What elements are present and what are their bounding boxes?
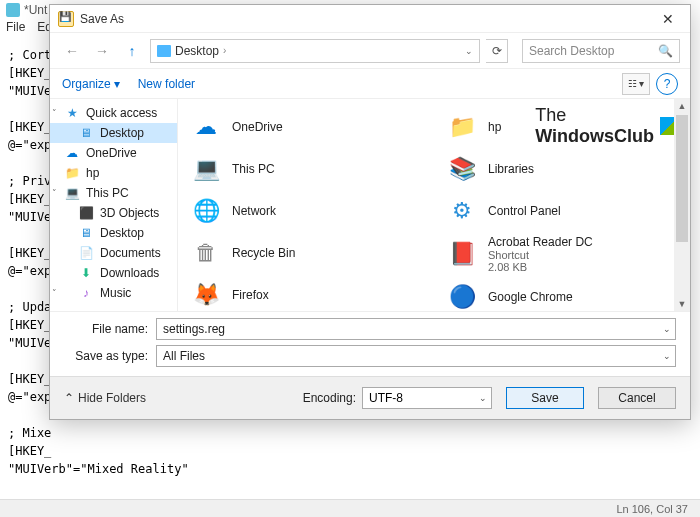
file-item[interactable]: 📚Libraries (440, 149, 684, 189)
sidebar: ˅★Quick access🖥Desktop☁OneDrive📁hp˅💻This… (50, 99, 178, 311)
folder-icon: ⬛ (78, 206, 94, 220)
chevron-down-icon[interactable]: ⌄ (479, 393, 487, 403)
sidebar-item-label: hp (86, 166, 99, 180)
file-item[interactable]: 🦊Firefox (184, 275, 428, 311)
folder-icon (157, 45, 171, 57)
back-button[interactable]: ← (60, 39, 84, 63)
refresh-button[interactable]: ⟳ (486, 39, 508, 63)
file-name: This PC (232, 162, 275, 176)
folder-icon: ★ (64, 106, 80, 120)
file-size: 2.08 KB (488, 261, 593, 273)
folder-icon: ☁ (64, 146, 80, 160)
forward-button[interactable]: → (90, 39, 114, 63)
sidebar-item-hp[interactable]: 📁hp (50, 163, 177, 183)
sidebar-item-onedrive[interactable]: ☁OneDrive (50, 143, 177, 163)
file-icon: 🦊 (188, 277, 224, 311)
scroll-down-icon[interactable]: ▼ (678, 297, 687, 311)
file-icon: 📚 (444, 151, 480, 187)
sidebar-item-label: Documents (100, 246, 161, 260)
dialog-title: Save As (80, 12, 648, 26)
file-pane[interactable]: TheWindowsClub ☁OneDrive💻This PC🌐Network… (178, 99, 690, 311)
help-button[interactable]: ? (656, 73, 678, 95)
sidebar-item-label: OneDrive (86, 146, 137, 160)
sidebar-item-label: Downloads (100, 266, 159, 280)
file-name: OneDrive (232, 120, 283, 134)
file-icon: 🗑 (188, 235, 224, 271)
notepad-title: *Unt (24, 3, 47, 17)
file-item[interactable]: 📕Acrobat Reader DCShortcut2.08 KB (440, 233, 684, 275)
file-name: Acrobat Reader DC (488, 235, 593, 249)
view-mode-button[interactable]: ☷ ▾ (622, 73, 650, 95)
file-name: Libraries (488, 162, 534, 176)
filename-input[interactable]: settings.reg ⌄ (156, 318, 676, 340)
file-item[interactable]: 🗑Recycle Bin (184, 233, 428, 273)
new-folder-button[interactable]: New folder (138, 77, 195, 91)
organize-button[interactable]: Organize ▾ (62, 77, 120, 91)
sidebar-item-music[interactable]: ˅♪Music (50, 283, 177, 303)
toolbar: Organize ▾ New folder ☷ ▾ ? (50, 69, 690, 99)
chevron-down-icon[interactable]: ⌄ (663, 324, 671, 334)
file-icon: 📕 (444, 236, 480, 272)
up-button[interactable]: ↑ (120, 39, 144, 63)
filename-label: File name: (64, 322, 148, 336)
chevron-icon[interactable]: ˅ (52, 288, 57, 298)
encoding-select[interactable]: UTF-8 ⌄ (362, 387, 492, 409)
status-position: Ln 106, Col 37 (616, 503, 688, 515)
type-label: Save as type: (64, 349, 148, 363)
search-icon: 🔍 (658, 44, 673, 58)
file-item[interactable]: 🌐Network (184, 191, 428, 231)
sidebar-item-downloads[interactable]: ⬇Downloads (50, 263, 177, 283)
menu-file[interactable]: File (6, 20, 25, 40)
folder-icon: 🖥 (78, 226, 94, 240)
sidebar-item-desktop[interactable]: 🖥Desktop (50, 123, 177, 143)
sidebar-item-label: 3D Objects (100, 206, 159, 220)
file-item[interactable]: 💻This PC (184, 149, 428, 189)
field-area: File name: settings.reg ⌄ Save as type: … (50, 311, 690, 376)
chevron-icon[interactable]: ˅ (52, 188, 57, 198)
cancel-button[interactable]: Cancel (598, 387, 676, 409)
chevron-right-icon[interactable]: › (223, 45, 226, 56)
address-bar[interactable]: Desktop › ⌄ (150, 39, 480, 63)
hide-folders-button[interactable]: ⌃ Hide Folders (64, 391, 146, 405)
sidebar-item-quick-access[interactable]: ˅★Quick access (50, 103, 177, 123)
file-item[interactable]: ⚙Control Panel (440, 191, 684, 231)
scroll-up-icon[interactable]: ▲ (678, 99, 687, 113)
chevron-up-icon: ⌃ (64, 391, 74, 405)
chevron-down-icon: ▾ (114, 77, 120, 91)
save-button[interactable]: Save (506, 387, 584, 409)
file-name: Firefox (232, 288, 269, 302)
dialog-titlebar[interactable]: Save As ✕ (50, 5, 690, 33)
sidebar-item-this-pc[interactable]: ˅💻This PC (50, 183, 177, 203)
notepad-icon (6, 3, 20, 17)
file-name: Google Chrome (488, 290, 573, 304)
file-icon: ⚙ (444, 193, 480, 229)
save-as-dialog: Save As ✕ ← → ↑ Desktop › ⌄ ⟳ Search Des… (49, 4, 691, 420)
folder-icon: 📄 (78, 246, 94, 260)
chevron-icon[interactable]: ˅ (52, 108, 57, 118)
folder-icon: 📁 (64, 166, 80, 180)
breadcrumb[interactable]: Desktop (175, 44, 219, 58)
address-dropdown[interactable]: ⌄ (465, 46, 473, 56)
file-item[interactable]: ☁OneDrive (184, 107, 428, 147)
sidebar-item-label: Music (100, 286, 131, 300)
folder-icon: 🖥 (78, 126, 94, 140)
sidebar-item-documents[interactable]: 📄Documents (50, 243, 177, 263)
folder-icon: ♪ (78, 286, 94, 300)
chevron-down-icon[interactable]: ⌄ (663, 351, 671, 361)
scrollbar[interactable]: ▲ ▼ (674, 99, 690, 311)
sidebar-item-desktop[interactable]: 🖥Desktop (50, 223, 177, 243)
type-select[interactable]: All Files ⌄ (156, 345, 676, 367)
file-type: Shortcut (488, 249, 593, 261)
scroll-thumb[interactable] (676, 115, 688, 242)
file-icon: 🌐 (188, 193, 224, 229)
file-item[interactable]: 🔵Google Chrome (440, 277, 684, 311)
save-icon (58, 11, 74, 27)
file-icon: 💻 (188, 151, 224, 187)
encoding-label: Encoding: (303, 391, 356, 405)
close-button[interactable]: ✕ (648, 5, 688, 33)
file-name: Control Panel (488, 204, 561, 218)
file-name: hp (488, 120, 501, 134)
file-icon: ☁ (188, 109, 224, 145)
search-input[interactable]: Search Desktop 🔍 (522, 39, 680, 63)
sidebar-item-3d-objects[interactable]: ⬛3D Objects (50, 203, 177, 223)
